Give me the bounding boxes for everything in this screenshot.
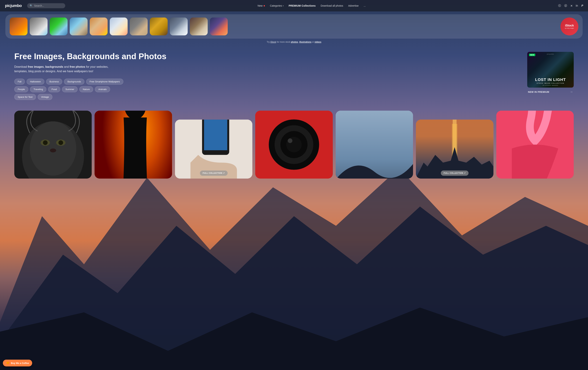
grid-col-2 [94,111,172,179]
strip-photo-8[interactable] [150,18,168,35]
arrow-right-icon: → [570,90,573,94]
svg-point-9 [58,140,63,145]
hero-description: Download free images, backgrounds and fr… [14,64,118,74]
strip-photo-10[interactable] [190,18,208,35]
grid-photo-phone[interactable]: FULL COLLECTION ↗ [175,120,252,179]
tag-pill-animals[interactable]: Animals [95,86,110,92]
tag-pill-nature[interactable]: Nature [79,86,93,92]
grid-photo-silhouette[interactable] [94,111,172,179]
hero-section: iStock by Getty Images Try iStock for mo… [0,0,588,370]
nav-categories[interactable]: Categories ▾ [270,4,284,7]
svg-point-10 [50,148,56,152]
nav-right: ⓒ ⓓ ✕ in 𝙋 [558,4,583,8]
illustrations-link[interactable]: illustrations [299,41,311,43]
site-logo[interactable]: picjumbo [5,3,22,8]
facebook-icon[interactable]: ⓓ [564,4,567,8]
full-collection-badge-phone[interactable]: FULL COLLECTION ↗ [200,170,228,176]
grid-col-3: FULL COLLECTION ↗ [175,120,252,179]
search-bar[interactable]: 🔍 [27,3,65,8]
strip-photo-6[interactable] [110,18,128,35]
hero-title: Free Images, Backgrounds and Photos [14,52,520,61]
strip-photo-2[interactable] [30,18,48,35]
grid-photo-city[interactable]: FULL COLLECTION ↗ [416,120,493,179]
tag-pill-summer[interactable]: Summer [62,86,78,92]
strip-photo-4[interactable] [70,18,88,35]
nav-download[interactable]: Download all photos [321,4,343,7]
premium-count: 64 STOCK IMAGES [527,85,574,86]
videos-link[interactable]: videos [315,41,321,43]
istock-badge[interactable]: iStock by Getty Images [560,18,578,35]
premium-card: NEW picjumbo LOST IN LIGHT STOCK IMAGE C… [527,52,574,94]
tag-pill-people[interactable]: People [14,86,28,92]
new-in-premium[interactable]: NEW IN PREMIUM → [527,88,574,94]
svg-point-8 [43,140,48,145]
istock-label: iStock [565,24,574,27]
x-icon[interactable]: ✕ [570,4,573,8]
svg-point-21 [288,138,292,143]
heart-icon: 🧡 [6,361,10,365]
premium-logo: picjumbo [547,53,554,55]
search-icon: 🔍 [30,4,33,7]
instagram-icon[interactable]: ⓒ [558,4,561,8]
pinterest-icon[interactable]: 𝙋 [581,4,583,7]
grid-photo-flamingo[interactable] [496,111,574,179]
bmc-label: Buy Me a Coffee [11,362,29,364]
new-dot [264,5,265,6]
nav-advertise[interactable]: Advertise [348,4,358,7]
photo-strip: iStock by Getty Images [5,14,583,39]
nav-premium[interactable]: PREMIUM Collections [289,4,316,7]
grid-col-6: FULL COLLECTION ↗ [416,120,493,179]
grid-col-5 [336,111,413,179]
grid-photo-lens[interactable] [255,111,333,179]
strip-photo-1[interactable] [10,18,28,35]
full-collection-badge-city[interactable]: FULL COLLECTION ↗ [441,170,468,176]
tag-pill-fall[interactable]: Fall [14,79,25,85]
svg-rect-15 [204,120,227,150]
strip-photo-9[interactable] [170,18,188,35]
strip-photo-3[interactable] [50,18,68,35]
hero-content: Free Images, Backgrounds and Photos Down… [0,45,588,100]
istock-sub-label: by Getty Images [565,27,574,29]
strip-photo-11[interactable] [210,18,228,35]
photo-grid: FULL COLLECTION ↗ [0,100,588,179]
search-input[interactable] [34,4,63,7]
strip-photo-5[interactable] [90,18,108,35]
grid-photo-lion[interactable] [14,111,92,179]
istock-link[interactable]: iStock [270,41,276,43]
navbar: picjumbo 🔍 New Categories ▾ PREMIUM Coll… [0,0,588,11]
nav-more[interactable]: ... [364,4,366,7]
tag-pill-food[interactable]: Food [48,86,60,92]
tag-cloud: FallHalloweenBusinessBackgroundsFree Sma… [14,79,125,100]
tag-pill-space-for-text[interactable]: Space for Text [14,94,36,100]
photos-link[interactable]: photos [291,41,298,43]
grid-col-7 [496,111,574,179]
linkedin-icon[interactable]: in [576,4,578,7]
svg-rect-22 [336,111,413,179]
tag-pill-traveling[interactable]: Traveling [30,86,46,92]
grid-photo-dunes[interactable] [336,111,413,179]
strip-caption: Try iStock for more stock photos, illust… [0,41,588,43]
nav-center: New Categories ▾ PREMIUM Collections Dow… [258,4,366,7]
grid-col-4 [255,111,333,179]
premium-new-badge: NEW [529,54,535,56]
grid-col-1 [14,111,92,179]
tag-pill-free-smartphone-wallpapers[interactable]: Free Smartphone Wallpapers [86,79,123,85]
premium-title: LOST IN LIGHT STOCK IMAGE COLLECTION [527,77,574,84]
tag-pill-business[interactable]: Business [46,79,62,85]
tag-pill-halloween[interactable]: Halloween [27,79,44,85]
buy-me-coffee-button[interactable]: 🧡 Buy Me a Coffee [3,360,32,366]
premium-image[interactable]: NEW picjumbo LOST IN LIGHT STOCK IMAGE C… [527,52,574,88]
nav-new[interactable]: New [258,4,265,7]
tag-pill-backgrounds[interactable]: Backgrounds [64,79,84,85]
strip-photo-7[interactable] [130,18,148,35]
hero-text: Free Images, Backgrounds and Photos Down… [14,52,520,100]
tag-pill-vintage[interactable]: Vintage [38,94,52,100]
nav-left: picjumbo 🔍 [5,3,65,8]
